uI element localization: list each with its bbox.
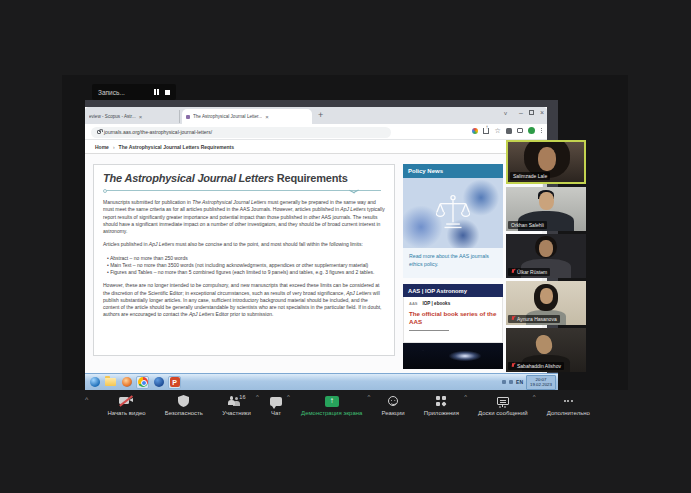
divider — [409, 330, 449, 332]
breadcrumb-current: The Astrophysical Journal Letters Requir… — [119, 144, 234, 150]
recording-indicator: Запись... — [92, 84, 176, 100]
browser-tab-scopus[interactable]: eview - Scopus - Astr... × — [85, 110, 180, 123]
chevron-down-icon[interactable] — [349, 188, 357, 196]
explorer-taskbar-button[interactable] — [104, 376, 117, 389]
start-button[interactable] — [88, 376, 101, 389]
address-bar: journals.aas.org/the-astrophysical-journ… — [85, 124, 547, 140]
heading-divider — [103, 187, 385, 195]
participant-name-tag: Aynura Hasanova — [508, 315, 560, 323]
video-tile-salimzade-lale[interactable]: Salimzade Lale — [506, 140, 586, 184]
breadcrumb-home[interactable]: Home — [95, 144, 109, 150]
breadcrumb-separator: › — [113, 144, 115, 150]
browser-tab-strip: eview - Scopus - Astr... × The Astrophys… — [85, 107, 547, 124]
powerpoint-taskbar-button[interactable]: P — [168, 376, 181, 389]
chevron-up-icon[interactable]: ^ — [256, 394, 259, 400]
paragraph: Manuscripts submitted for publication in… — [103, 199, 385, 235]
apps-grid-icon — [436, 396, 446, 406]
clock[interactable]: 20:07 19.02.2023 — [526, 375, 556, 390]
participant-name-tag: Ülkar Rüstəm — [508, 268, 550, 276]
participants-count: 16 — [239, 394, 245, 400]
url-field[interactable]: journals.aas.org/the-astrophysical-journ… — [91, 127, 391, 138]
close-window-icon[interactable]: × — [540, 109, 544, 116]
side-panel-icon[interactable] — [517, 128, 523, 133]
close-tab-icon[interactable]: × — [139, 114, 143, 120]
web-sidebar: Policy News — [403, 164, 503, 369]
start-orb-icon — [90, 377, 100, 387]
tray-icon[interactable] — [502, 380, 506, 384]
browser-menu-icon[interactable] — [540, 128, 543, 134]
chevron-up-icon[interactable]: ^ — [368, 394, 371, 400]
folder-icon — [105, 378, 116, 386]
shield-icon — [178, 395, 189, 407]
stop-recording-icon[interactable] — [165, 90, 170, 95]
camera-off-icon — [119, 396, 134, 406]
browser-tab-active[interactable]: The Astrophysical Journal Letter... × — [182, 109, 312, 124]
share-screen-icon: ↑ — [325, 396, 339, 407]
limits-list: Abstract – no more than 250 words Main T… — [107, 255, 385, 277]
participant-name-tag: Orkhan Salehli — [508, 221, 547, 229]
recording-label: Запись... — [98, 89, 154, 96]
whiteboards-button[interactable]: ^ Доски сообщений — [478, 392, 528, 416]
pause-recording-icon[interactable] — [154, 89, 159, 95]
lock-icon — [97, 130, 101, 134]
aas-iop-body[interactable]: AAS IOP | ebooks The official book serie… — [403, 297, 503, 343]
extensions-icon[interactable] — [506, 128, 512, 134]
paragraph: However, these are no longer intended to… — [103, 282, 385, 318]
list-item: Main Text – no more than 3500 words (not… — [107, 262, 385, 269]
ethics-policy-image[interactable] — [403, 178, 503, 248]
policy-news-text[interactable]: Read more about the AAS journals ethics … — [403, 248, 503, 278]
zoom-toolbar: ^ Начать видео Безопасность ^ 16 Участни… — [85, 392, 590, 428]
start-video-button[interactable]: Начать видео — [107, 392, 145, 416]
maximize-window-icon[interactable] — [529, 110, 534, 115]
chat-button[interactable]: ^ Чат — [270, 392, 282, 416]
chrome-icon — [138, 377, 148, 387]
media-player-icon — [122, 377, 132, 387]
media-player-taskbar-button[interactable] — [120, 376, 133, 389]
page-title: The Astrophysical Journal Letters Requir… — [103, 172, 385, 184]
breadcrumb: Home › The Astrophysical Journal Letters… — [85, 140, 547, 154]
video-tile-sabahaddin-alishov[interactable]: Sabahaddin Alishov — [506, 328, 586, 372]
paragraph: Articles published in ApJ Letters must a… — [103, 241, 385, 248]
powerpoint-icon: P — [170, 377, 180, 387]
more-dots-icon — [564, 400, 573, 402]
clock-date: 19.02.2023 — [530, 382, 552, 387]
new-tab-button[interactable]: + — [318, 110, 323, 120]
share-screen-button[interactable]: ^ ↑ Демонстрация экрана — [301, 392, 362, 416]
blue-app-taskbar-button[interactable] — [152, 376, 165, 389]
language-indicator[interactable]: EN — [516, 379, 523, 385]
tab-favicon-icon — [186, 115, 190, 119]
security-button[interactable]: Безопасность — [165, 392, 203, 416]
minimize-window-icon[interactable]: – — [519, 109, 523, 116]
video-tile-orkhan-salehli[interactable]: Orkhan Salehli — [506, 187, 586, 231]
tab-search-icon[interactable]: v — [504, 110, 507, 116]
profile-avatar[interactable] — [528, 127, 535, 134]
blue-app-icon — [154, 377, 164, 387]
reactions-button[interactable]: Реакции — [382, 392, 405, 416]
video-tile-aynura-hasanova[interactable]: Aynura Hasanova — [506, 281, 586, 325]
audio-options-chevron-icon[interactable]: ^ — [85, 396, 88, 403]
url-text: journals.aas.org/the-astrophysical-journ… — [104, 129, 212, 135]
web-page-body: The Astrophysical Journal Letters Requir… — [85, 154, 547, 373]
more-button[interactable]: Дополнительно — [547, 392, 590, 416]
address-bar-icons: ☆ — [472, 127, 543, 134]
chevron-up-icon[interactable]: ^ — [533, 394, 536, 400]
chrome-taskbar-button[interactable] — [136, 376, 149, 389]
tab-label: eview - Scopus - Astr... — [89, 114, 136, 119]
aas-iop-header: AAS | IOP Astronomy — [403, 284, 503, 297]
tab-label: The Astrophysical Journal Letter... — [193, 114, 262, 119]
bookmark-star-icon[interactable]: ☆ — [494, 128, 500, 134]
translate-icon[interactable] — [472, 128, 478, 134]
chat-bubble-icon — [270, 397, 282, 406]
close-tab-icon[interactable]: × — [265, 114, 269, 120]
video-tile-ulkar-rustam[interactable]: Ülkar Rüstəm — [506, 234, 586, 278]
window-controls: v – × — [504, 109, 544, 116]
apps-button[interactable]: ^ Приложения — [424, 392, 459, 416]
tray-icon[interactable] — [509, 380, 513, 384]
participants-panel: Salimzade Lale Orkhan Salehli Ülkar Rüst… — [506, 140, 586, 375]
participants-button[interactable]: ^ 16 Участники — [222, 392, 251, 416]
participant-name-tag: Salimzade Lale — [510, 172, 550, 180]
chevron-up-icon[interactable]: ^ — [464, 394, 467, 400]
aas-logo: AAS — [409, 301, 417, 306]
chevron-up-icon[interactable]: ^ — [287, 394, 290, 400]
share-page-icon[interactable] — [483, 128, 489, 134]
